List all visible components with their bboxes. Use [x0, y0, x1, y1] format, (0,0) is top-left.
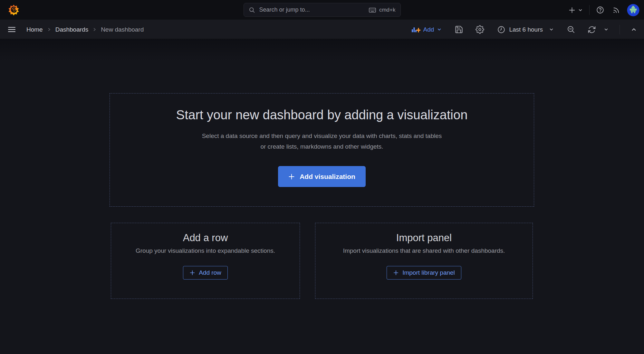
add-panel-label: Add	[423, 26, 434, 33]
hamburger-icon	[7, 25, 16, 34]
top-navigation-bar: cmd+k	[0, 0, 644, 20]
search-shortcut-label: cmd+k	[379, 7, 396, 13]
chevron-down-icon	[604, 27, 609, 32]
chevron-down-icon	[437, 27, 442, 32]
dashboard-canvas: Start your new dashboard by adding a vis…	[0, 39, 644, 354]
breadcrumb-current-page: New dashboard	[101, 26, 144, 33]
search-shortcut-hint: cmd+k	[369, 6, 396, 14]
add-row-description: Group your visualizations into expandabl…	[136, 247, 275, 254]
time-range-picker[interactable]: Last 6 hours	[495, 25, 556, 34]
plus-icon	[189, 270, 195, 276]
import-panel-card: Import panel Import visualizations that …	[315, 223, 533, 299]
import-library-panel-button[interactable]: Import library panel	[387, 266, 461, 280]
toolbar-actions: Add L	[409, 24, 638, 35]
plus-icon	[288, 173, 295, 180]
chevron-down-icon	[549, 27, 554, 32]
grafana-app: cmd+k	[0, 0, 644, 354]
new-menu-button[interactable]	[567, 5, 584, 15]
search-icon	[249, 7, 255, 13]
breadcrumb-dashboards[interactable]: Dashboards	[55, 26, 88, 33]
import-panel-description: Import visualizations that are shared wi…	[343, 247, 505, 254]
bar-chart-plus-icon	[411, 26, 420, 34]
add-row-button-label: Add row	[199, 269, 221, 276]
keyboard-icon	[369, 6, 376, 14]
chevron-down-icon	[578, 8, 583, 13]
breadcrumb-chevron-icon	[92, 27, 97, 32]
search-input[interactable]	[259, 6, 365, 14]
clock-icon	[497, 25, 505, 34]
news-rss-icon[interactable]	[611, 5, 622, 15]
topbar-actions	[567, 0, 639, 20]
topbar-divider	[589, 5, 590, 15]
search-box[interactable]: cmd+k	[244, 3, 401, 17]
user-avatar[interactable]	[627, 4, 639, 16]
zoom-out-time-button[interactable]	[565, 24, 577, 35]
chevron-up-icon	[631, 26, 637, 33]
add-row-button[interactable]: Add row	[183, 266, 228, 280]
add-visualization-button[interactable]: Add visualization	[278, 166, 366, 187]
dashboard-toolbar: Home Dashboards New dashboard	[0, 20, 644, 39]
time-range-label: Last 6 hours	[509, 26, 543, 33]
refresh-interval-dropdown[interactable]	[602, 26, 610, 33]
save-icon	[455, 25, 463, 34]
help-icon[interactable]	[595, 5, 606, 15]
refresh-icon	[588, 25, 596, 34]
collapse-toolbar-button[interactable]	[630, 25, 638, 34]
add-panel-button[interactable]: Add	[409, 25, 444, 34]
magnifier-minus-icon	[567, 25, 575, 34]
refresh-controls	[586, 24, 610, 35]
empty-dashboard-panel: Start your new dashboard by adding a vis…	[110, 93, 534, 207]
import-library-panel-label: Import library panel	[402, 269, 455, 276]
add-row-card: Add a row Group your visualizations into…	[111, 223, 300, 299]
breadcrumb-home[interactable]: Home	[26, 26, 43, 33]
mega-menu-toggle[interactable]	[6, 24, 18, 35]
toolbar-divider	[620, 25, 620, 34]
gear-icon	[476, 25, 484, 34]
add-row-title: Add a row	[183, 232, 228, 244]
grafana-logo-icon[interactable]	[8, 4, 19, 15]
save-dashboard-button[interactable]	[453, 24, 465, 35]
dashboard-settings-button[interactable]	[474, 24, 485, 35]
refresh-button[interactable]	[586, 24, 597, 35]
empty-state-title: Start your new dashboard by adding a vis…	[176, 108, 468, 122]
empty-state-subtitle-line2: or create lists, markdowns and other wid…	[260, 141, 383, 152]
breadcrumb-chevron-icon	[47, 27, 51, 32]
plus-icon	[393, 270, 399, 276]
empty-state-subtitle-line1: Select a data source and then query and …	[202, 131, 442, 141]
breadcrumb: Home Dashboards New dashboard	[26, 26, 144, 33]
import-panel-title: Import panel	[396, 232, 452, 244]
add-visualization-label: Add visualization	[300, 173, 355, 181]
